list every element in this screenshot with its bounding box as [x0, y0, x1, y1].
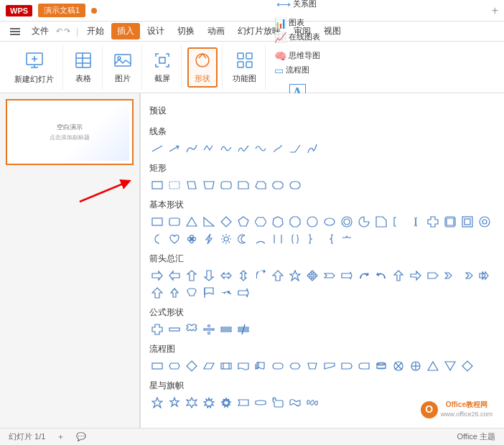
shape-arrow-r3[interactable]: [235, 285, 251, 301]
shape-star5[interactable]: [167, 395, 182, 411]
comment-icon[interactable]: 💬: [76, 432, 86, 441]
shape-banner2[interactable]: [253, 395, 269, 411]
shape-sun[interactable]: [218, 231, 234, 247]
shape-rect-var4[interactable]: [287, 177, 303, 193]
shape-arrow-up4[interactable]: [167, 285, 182, 301]
shape-wave-shape[interactable]: [287, 395, 303, 411]
shape-arrow-curved[interactable]: [356, 268, 372, 284]
shape-flow-store[interactable]: [356, 358, 372, 374]
shape-arrow-wave[interactable]: [218, 285, 234, 301]
shape-flow-decision[interactable]: [184, 358, 200, 374]
chart-button[interactable]: 📊 图表: [271, 16, 323, 30]
shape-flow-predef[interactable]: [218, 358, 234, 374]
function-button[interactable]: 功能图: [228, 49, 261, 86]
shape-line-curve[interactable]: [184, 141, 200, 156]
redo-btn[interactable]: ↷: [64, 27, 70, 36]
table-button[interactable]: 表格: [69, 49, 98, 86]
shape-flow-term[interactable]: [270, 358, 286, 374]
shape-flow-doc[interactable]: [235, 358, 251, 374]
shape-brace2[interactable]: [287, 231, 303, 247]
shape-parallelogram[interactable]: [184, 177, 200, 193]
shape-arrow-ribbon[interactable]: [339, 268, 355, 284]
shape-flow-triangle3[interactable]: [459, 358, 475, 374]
shape-star4[interactable]: [149, 395, 165, 411]
shape-flow-dbase[interactable]: [373, 358, 389, 374]
shape-flow-alt[interactable]: [167, 358, 182, 374]
shape-arrow-4way[interactable]: [304, 268, 320, 284]
menu-start[interactable]: 开始: [81, 23, 110, 39]
shape-donut[interactable]: [477, 214, 493, 230]
shape-crescent[interactable]: [235, 231, 251, 247]
shape-arrow-striped[interactable]: [477, 268, 493, 284]
shape-arrow-star[interactable]: [287, 268, 303, 284]
shape-plaque[interactable]: [442, 214, 458, 230]
shape-arrow-left[interactable]: [167, 268, 182, 284]
relation-button[interactable]: ⟷ 关系图: [274, 0, 322, 11]
shape-arrow-ud[interactable]: [235, 268, 251, 284]
shape-arrow-bend[interactable]: [253, 268, 269, 284]
menu-design[interactable]: 设计: [141, 23, 170, 39]
menu-animation[interactable]: 动画: [202, 23, 230, 39]
shape-scroll[interactable]: [270, 395, 286, 411]
shape-arrow-chev2[interactable]: [459, 268, 475, 284]
shape-equal-f[interactable]: [218, 322, 234, 337]
shape-star6[interactable]: [184, 395, 200, 411]
shape-oval[interactable]: [322, 214, 337, 230]
shape-flow-manual[interactable]: [304, 358, 320, 374]
shape-snip-rect2[interactable]: [253, 177, 269, 193]
shape-line-wave2[interactable]: [235, 141, 251, 156]
shape-arrow-call[interactable]: [184, 285, 200, 301]
shape-heart[interactable]: [167, 231, 182, 247]
shape-rect-var3[interactable]: [270, 177, 286, 193]
shape-rect-b2[interactable]: [167, 214, 182, 230]
shape-flow-process[interactable]: [149, 358, 165, 374]
menu-transition[interactable]: 切换: [172, 23, 200, 39]
shape-arrow-right[interactable]: [149, 268, 165, 284]
shape-notequal-f[interactable]: [235, 322, 251, 337]
shape-arrow-flag[interactable]: [201, 285, 217, 301]
shape-rect-b[interactable]: [149, 214, 165, 230]
shape-arrow-up[interactable]: [184, 268, 200, 284]
shape-flow-delay[interactable]: [339, 358, 355, 374]
shape-flow-data[interactable]: [201, 358, 217, 374]
shape-brace3[interactable]: [304, 231, 320, 247]
menu-file[interactable]: 文件: [26, 23, 55, 39]
shape-double-wave[interactable]: [304, 395, 320, 411]
slide-thumbnail[interactable]: 空白演示 点击添加副标题: [6, 99, 134, 165]
shape-bracket2[interactable]: [270, 231, 286, 247]
shape-ring[interactable]: [339, 214, 355, 230]
shape-arc[interactable]: [253, 231, 269, 247]
new-slide-button[interactable]: 新建幻灯片: [10, 47, 58, 87]
shape-flow-triangle2[interactable]: [442, 358, 458, 374]
shape-button[interactable]: 形状: [187, 47, 218, 88]
shape-multiply-f[interactable]: [184, 322, 200, 337]
shape-divide-f[interactable]: [201, 322, 217, 337]
shape-corner-rect[interactable]: [373, 214, 389, 230]
undo-btn[interactable]: ↶: [56, 27, 62, 36]
shape-arrow-uarrow[interactable]: [270, 268, 286, 284]
shape-rounded-rect[interactable]: [218, 177, 234, 193]
shape-arrow-notch[interactable]: [322, 268, 337, 284]
shape-flow-sumjunc[interactable]: [408, 358, 424, 374]
shape-flow-crossx[interactable]: [391, 358, 406, 374]
shape-heptagon[interactable]: [270, 214, 286, 230]
shape-triangle[interactable]: [184, 214, 200, 230]
shape-arrow-up3[interactable]: [149, 285, 165, 301]
shape-circle[interactable]: [304, 214, 320, 230]
shape-line-straight[interactable]: [149, 141, 165, 156]
shape-arrow-up2[interactable]: [391, 268, 406, 284]
shape-flower[interactable]: [184, 231, 200, 247]
new-tab-button[interactable]: +: [492, 4, 498, 17]
shape-brace5[interactable]: [339, 231, 355, 247]
shape-rect-outline[interactable]: [167, 177, 182, 193]
shape-hexagon[interactable]: [253, 214, 269, 230]
shape-flow-triangle[interactable]: [425, 358, 441, 374]
shape-rect[interactable]: [149, 177, 165, 193]
shape-line-s[interactable]: [270, 141, 286, 156]
shape-cross[interactable]: [425, 214, 441, 230]
shape-arrow-c2[interactable]: [373, 268, 389, 284]
shape-flow-prep[interactable]: [287, 358, 303, 374]
shape-trapezoid[interactable]: [201, 177, 217, 193]
shape-pentagon[interactable]: [235, 214, 251, 230]
shape-brace[interactable]: [408, 214, 424, 230]
